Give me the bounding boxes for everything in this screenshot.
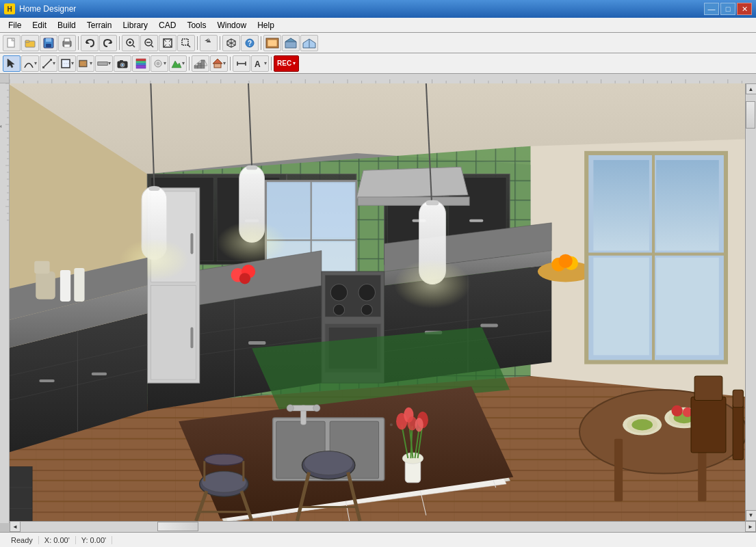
menu-cad[interactable]: CAD [153, 18, 181, 32]
svg-point-198 [330, 284, 347, 300]
record-button[interactable]: REC ▾ [274, 55, 299, 72]
menu-terrain[interactable]: Terrain [81, 18, 118, 32]
open-button[interactable] [21, 35, 39, 51]
svg-point-238 [631, 419, 653, 430]
svg-rect-176 [313, 183, 354, 237]
scrollbar-horizontal[interactable]: ◄ ► [10, 521, 756, 532]
scroll-thumb-h[interactable] [157, 522, 198, 531]
material-tool[interactable] [132, 55, 150, 72]
window-title: Home Designer [19, 4, 704, 14]
svg-rect-57 [136, 63, 146, 65]
svg-rect-5 [46, 38, 51, 42]
scroll-down-button[interactable]: ▼ [746, 510, 757, 521]
help-button[interactable]: ? [241, 35, 259, 51]
svg-point-50 [85, 63, 86, 64]
svg-rect-242 [691, 397, 726, 453]
scroll-right-button[interactable]: ► [745, 521, 756, 532]
svg-text:A: A [255, 59, 261, 69]
maximize-button[interactable]: □ [720, 3, 735, 15]
minimize-button[interactable]: — [704, 3, 719, 15]
exterior-view-button[interactable] [282, 35, 300, 51]
svg-marker-184 [356, 167, 468, 198]
menu-edit[interactable]: Edit [27, 18, 52, 32]
print-button[interactable] [58, 35, 76, 51]
zoom-out-button[interactable] [140, 35, 158, 51]
svg-point-300 [394, 260, 471, 308]
dimension-tool[interactable] [233, 55, 250, 72]
stair-tool[interactable] [192, 55, 209, 72]
svg-rect-193 [248, 341, 265, 345]
canvas-with-scrollbar: ▲ ▼ [10, 83, 756, 521]
svg-rect-221 [190, 233, 193, 254]
svg-line-15 [133, 45, 135, 47]
scroll-up-button[interactable]: ▲ [746, 83, 757, 94]
menu-file[interactable]: File [3, 18, 27, 32]
svg-rect-314 [10, 466, 32, 520]
svg-point-296 [217, 222, 287, 263]
camera-tool[interactable] [114, 55, 131, 72]
svg-point-281 [205, 454, 244, 465]
3d-view-button[interactable] [222, 35, 240, 51]
scrollbar-vertical[interactable]: ▲ ▼ [745, 83, 756, 521]
scroll-track-h[interactable] [21, 522, 745, 532]
3d-canvas[interactable] [10, 83, 745, 521]
svg-line-18 [151, 45, 153, 47]
room-tool[interactable]: ▾ [58, 55, 76, 72]
wall-tool[interactable]: ▾ [95, 55, 113, 72]
svg-rect-185 [358, 197, 469, 205]
scroll-thumb-v[interactable] [746, 101, 755, 129]
ruler-horizontal [10, 74, 756, 83]
zoom-box-button[interactable] [177, 35, 195, 51]
svg-rect-56 [136, 65, 146, 68]
undo-button[interactable] [81, 35, 99, 51]
close-button[interactable]: ✕ [737, 3, 752, 15]
ruler-corner [0, 74, 10, 83]
canvas-area: ▲ ▼ ◄ ► [10, 74, 756, 532]
svg-rect-59 [136, 59, 146, 61]
svg-rect-8 [64, 38, 70, 42]
svg-point-285 [304, 451, 353, 475]
svg-rect-58 [136, 61, 146, 63]
line-tool[interactable]: ▾ [40, 55, 57, 72]
svg-point-201 [361, 304, 372, 315]
svg-point-61 [157, 62, 159, 65]
scroll-left-button[interactable]: ◄ [10, 521, 21, 532]
svg-rect-245 [733, 390, 743, 407]
svg-point-263 [313, 405, 320, 412]
menu-tools[interactable]: Tools [181, 18, 211, 32]
select-tool[interactable] [3, 55, 21, 72]
svg-rect-96 [10, 74, 756, 83]
fixture-tool[interactable]: ▾ [151, 55, 168, 72]
roof-tool[interactable]: ▾ [210, 55, 228, 72]
annotation-tool[interactable]: A ▾ [251, 55, 269, 72]
new-button[interactable] [3, 35, 21, 51]
menu-window[interactable]: Window [211, 18, 252, 32]
svg-rect-225 [656, 160, 719, 250]
status-ready: Ready [5, 536, 39, 544]
save-button[interactable] [40, 35, 57, 51]
menu-library[interactable]: Library [117, 18, 153, 32]
svg-rect-68 [214, 64, 221, 68]
scroll-track-v[interactable] [746, 94, 756, 510]
pan-button[interactable] [200, 35, 218, 51]
toolbar-2: ▾ ▾ ▾ ▾ ▾ ▾ ▾ ▾ A ▾ [0, 53, 756, 74]
zoom-fit-button[interactable] [159, 35, 177, 51]
door-tool[interactable]: ▾ [77, 55, 94, 72]
svg-point-216 [239, 273, 250, 284]
svg-point-277 [202, 472, 246, 493]
svg-marker-42 [8, 59, 14, 68]
floor-plan-button[interactable] [263, 35, 281, 51]
svg-point-200 [333, 304, 344, 315]
arc-tool[interactable]: ▾ [21, 55, 39, 72]
menu-help[interactable]: Help [252, 18, 280, 32]
terrain-tool[interactable]: ▾ [169, 55, 187, 72]
status-bar: Ready X: 0.00' Y: 0.00' [0, 532, 756, 547]
svg-rect-244 [733, 404, 743, 460]
interior-view-button[interactable] [300, 35, 318, 51]
toolbar-1: ? [0, 33, 756, 53]
svg-rect-183 [469, 219, 483, 222]
svg-rect-304 [92, 373, 107, 375]
redo-button[interactable] [99, 35, 117, 51]
zoom-in-button[interactable] [122, 35, 140, 51]
menu-build[interactable]: Build [52, 18, 81, 32]
